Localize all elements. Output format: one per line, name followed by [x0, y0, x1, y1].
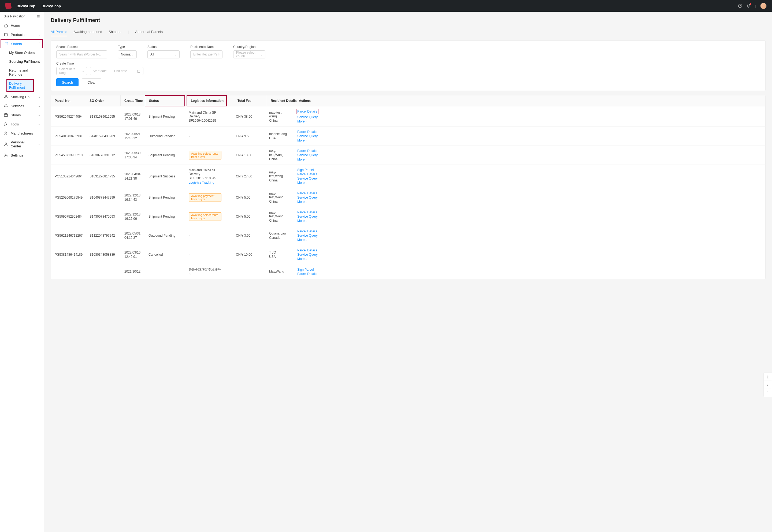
table-row: PG5130214642664S18312768147352023/04/041…	[51, 165, 765, 188]
sidebar-item-stocking-up[interactable]: Stocking Up ⌄	[0, 92, 44, 101]
cell-recipient-line: Canada	[269, 236, 290, 240]
help-icon[interactable]	[738, 4, 742, 8]
cell-create-line: 2023/06/21	[124, 132, 141, 136]
filter-label-country: Country/Region	[233, 45, 265, 49]
notification-icon[interactable]	[747, 4, 751, 8]
recipient-input[interactable]	[190, 50, 222, 58]
sidebar-item-personal-center[interactable]: Personal Center ⌄	[0, 138, 44, 151]
action-link[interactable]: Service Query	[297, 177, 319, 180]
logistics-badge: Awaiting select route from buyer	[189, 212, 221, 221]
action-link[interactable]: Service Query	[297, 134, 319, 138]
cell-fee: CN ¥ 10.00	[236, 253, 252, 256]
action-link[interactable]: Service Query	[297, 153, 319, 157]
action-link[interactable]: Sign Parcel	[297, 168, 319, 172]
cell-logistics-line: Mainland China SF Delivery	[189, 168, 221, 176]
date-range-select[interactable]: Select date range⌄	[56, 67, 87, 75]
more-link[interactable]: More⌄	[297, 120, 319, 123]
svg-point-15	[5, 143, 6, 144]
action-link[interactable]: Parcel Details	[296, 109, 318, 114]
sidebar-item-services[interactable]: Services ⌄	[0, 101, 44, 110]
action-link[interactable]: Service Query	[297, 253, 319, 256]
collapse-icon[interactable]	[36, 14, 40, 18]
more-link[interactable]: More⌄	[297, 219, 319, 223]
cell-parcel: PG5090752902484	[55, 215, 83, 218]
sidebar-item-delivery-fulfillment[interactable]: Delivery Fulfillment	[6, 79, 34, 92]
action-link[interactable]: Parcel Details	[297, 149, 319, 153]
country-select[interactable]: Please select countr...⌄	[233, 50, 265, 58]
svg-rect-12	[4, 114, 8, 116]
clear-button[interactable]: Clear	[82, 78, 101, 86]
cell-parcel: PG5202068175849	[55, 196, 83, 199]
table-row: PG5450713968210S16307763918122023/05/301…	[51, 146, 765, 165]
cell-status: Outbound Pending	[149, 134, 175, 138]
sidebar-item-settings[interactable]: Settings	[0, 151, 44, 160]
action-link[interactable]: Service Query	[297, 215, 319, 218]
cell-recipient-line: USA	[269, 255, 290, 259]
date-range-picker[interactable]: Start date → End date	[90, 67, 143, 75]
cell-create-line: 2022/12/13	[124, 213, 141, 216]
table-row: PG5401283435931S14815284302092023/06/211…	[51, 127, 765, 146]
more-link[interactable]: More⌄	[297, 257, 319, 261]
cell-fee: CN ¥ 5.00	[236, 215, 250, 218]
cell-parcel: PG5401283435931	[55, 134, 83, 138]
logistics-badge: Awaiting payment from buyer	[189, 193, 221, 202]
action-link[interactable]: Parcel Details	[297, 191, 319, 195]
tabs: All Parcels Awaiting outbound Shipped | …	[51, 28, 766, 36]
action-link[interactable]: Parcel Details	[297, 210, 319, 214]
more-link[interactable]: More⌄	[297, 200, 319, 204]
sidebar-item-my-store-orders[interactable]: My Store Orders	[0, 48, 44, 57]
filter-panel: Search Parcels Type Normal⌄ Status All⌄ …	[51, 40, 766, 91]
cell-create-line: 12:42:01	[124, 255, 141, 259]
logistics-tracking-link[interactable]: Logistics Tracking	[189, 181, 221, 184]
search-input[interactable]	[56, 50, 107, 58]
sidebar-item-orders[interactable]: Orders	[1, 39, 43, 48]
cell-create-line: 16:26:06	[124, 217, 141, 221]
action-link[interactable]: Parcel Details	[297, 172, 319, 176]
status-select[interactable]: All⌄	[147, 50, 180, 58]
cell-fee: CN ¥ 5.00	[236, 196, 250, 199]
header-link-buckyshop[interactable]: BuckyShop	[42, 4, 61, 8]
sidebar-item-sourcing-fulfillment[interactable]: Sourcing Fulfillment	[0, 57, 44, 66]
action-link[interactable]: Service Query	[297, 196, 319, 199]
help-icon[interactable]: ◎	[764, 373, 772, 381]
gear-icon	[4, 153, 8, 157]
action-link[interactable]: Parcel Details	[297, 248, 319, 252]
back-to-top-icon[interactable]: ⌃	[764, 389, 772, 397]
tab-all-parcels[interactable]: All Parcels	[51, 28, 67, 36]
action-link[interactable]: Sign Parcel	[297, 268, 319, 271]
sidebar-item-returns-refunds[interactable]: Returns and Refunds	[0, 66, 44, 79]
action-link[interactable]: Parcel Details	[297, 229, 319, 233]
headset-icon[interactable]: ♪	[764, 381, 772, 389]
header-link-buckydrop[interactable]: BuckyDrop	[17, 4, 35, 8]
cell-status: Shipment Pending	[149, 115, 175, 118]
sidebar-item-products[interactable]: Products ⌄	[0, 30, 44, 39]
action-link[interactable]: Service Query	[297, 234, 319, 237]
more-link[interactable]: More⌄	[297, 158, 319, 161]
cell-logistics-line: Mainland China SF Delivery	[189, 111, 221, 118]
sidebar-item-home[interactable]: Home	[0, 21, 44, 30]
user-avatar[interactable]	[760, 3, 767, 9]
tab-abnormal-parcels[interactable]: Abnormal Parcels	[135, 28, 163, 36]
sidebar-item-label: Products	[11, 33, 24, 37]
tab-awaiting-outbound[interactable]: Awaiting outbound	[73, 28, 102, 36]
cell-recipient-line: China	[269, 200, 290, 203]
action-link[interactable]: Parcel Details	[297, 130, 319, 134]
svg-rect-9	[5, 97, 6, 98]
action-link[interactable]: Service Query	[297, 115, 319, 119]
filter-label-recipient: Recipient's Name	[190, 45, 222, 49]
sidebar-item-stores[interactable]: Stores ⌄	[0, 110, 44, 120]
more-link[interactable]: More⌄	[297, 238, 319, 242]
more-link[interactable]: More⌄	[297, 181, 319, 185]
factory-icon	[4, 131, 8, 135]
search-button[interactable]: Search	[56, 78, 79, 86]
chevron-down-icon: ⌄	[305, 139, 307, 142]
action-link[interactable]: Parcel Details	[297, 272, 319, 276]
svg-point-13	[5, 132, 6, 133]
more-link[interactable]: More⌄	[297, 139, 319, 142]
type-select[interactable]: Normal⌄	[118, 50, 137, 58]
cell-so: S1831276814735	[90, 174, 115, 178]
home-icon	[4, 23, 8, 28]
tab-shipped[interactable]: Shipped	[109, 28, 121, 36]
sidebar-item-tools[interactable]: Tools ⌄	[0, 120, 44, 129]
sidebar-item-manufacturers[interactable]: Manufacturers	[0, 129, 44, 138]
